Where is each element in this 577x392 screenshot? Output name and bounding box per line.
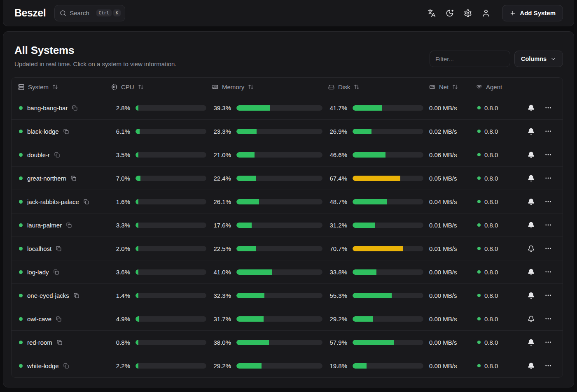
system-cell: owl-cave bbox=[18, 315, 111, 322]
column-header-memory[interactable]: Memory bbox=[212, 84, 328, 90]
copy-icon[interactable] bbox=[56, 316, 61, 322]
bell-icon bbox=[528, 292, 535, 299]
table-row[interactable]: red-room 0.8% 38.0% 57.9% 0.00 MB/s 0.8.… bbox=[12, 330, 563, 354]
copy-icon[interactable] bbox=[54, 269, 59, 275]
agent-status-dot bbox=[477, 176, 481, 180]
column-label: Net bbox=[439, 84, 449, 90]
table-row[interactable]: white-lodge 2.2% 29.2% 19.8% 0.00 MB/s 0… bbox=[12, 354, 563, 377]
cpu-bar-fill bbox=[135, 363, 138, 369]
memory-bar bbox=[236, 246, 322, 251]
moon-star-icon bbox=[446, 9, 454, 17]
search-input[interactable]: Search Ctrl K bbox=[54, 5, 125, 21]
system-cell: double-r bbox=[18, 151, 111, 158]
disk-value: 55.3% bbox=[328, 292, 347, 299]
row-menu-button[interactable] bbox=[542, 360, 554, 372]
column-header-agent[interactable]: Agent bbox=[476, 84, 517, 90]
copy-icon[interactable] bbox=[57, 340, 62, 345]
system-status-dot bbox=[19, 130, 23, 133]
row-menu-button[interactable] bbox=[542, 219, 554, 231]
table-row[interactable]: one-eyed-jacks 1.4% 32.3% 55.3% 0.00 MB/… bbox=[12, 283, 563, 307]
agent-cell: 0.8.0 bbox=[476, 269, 517, 276]
copy-icon[interactable] bbox=[84, 199, 89, 204]
disk-cell: 31.2% bbox=[328, 222, 429, 229]
memory-bar bbox=[236, 340, 322, 345]
agent-status-dot bbox=[477, 247, 481, 250]
system-status-dot bbox=[19, 270, 23, 274]
row-menu-button[interactable] bbox=[542, 266, 554, 278]
row-actions bbox=[517, 336, 556, 348]
alerts-button[interactable] bbox=[525, 125, 537, 137]
alerts-button[interactable] bbox=[525, 195, 537, 208]
cpu-bar-fill bbox=[135, 176, 140, 181]
row-menu-button[interactable] bbox=[542, 289, 554, 302]
row-menu-button[interactable] bbox=[542, 172, 554, 184]
copy-icon[interactable] bbox=[66, 223, 72, 228]
agent-cell: 0.8.0 bbox=[476, 315, 517, 322]
copy-icon[interactable] bbox=[74, 293, 79, 298]
user-menu-button[interactable] bbox=[478, 5, 494, 21]
copy-icon[interactable] bbox=[63, 129, 69, 134]
table-header-row: System CPU Memory bbox=[12, 78, 563, 96]
table-row[interactable]: laura-palmer 3.3% 17.6% 31.2% 0.01 MB/s … bbox=[12, 213, 563, 237]
copy-icon[interactable] bbox=[54, 152, 60, 158]
settings-button[interactable] bbox=[460, 5, 476, 21]
column-header-system[interactable]: System bbox=[18, 84, 111, 90]
system-name: owl-cave bbox=[27, 315, 51, 322]
row-menu-button[interactable] bbox=[542, 336, 554, 348]
column-header-net[interactable]: Net bbox=[429, 84, 476, 90]
alerts-button[interactable] bbox=[525, 148, 537, 161]
cpu-bar bbox=[135, 269, 206, 275]
filter-input[interactable] bbox=[430, 51, 510, 67]
table-row[interactable]: bang-bang-bar 2.8% 39.3% 41.7% 0.00 MB/s… bbox=[12, 96, 563, 119]
row-menu-button[interactable] bbox=[542, 242, 554, 255]
add-system-button[interactable]: Add System bbox=[502, 5, 563, 21]
system-name: log-lady bbox=[27, 269, 49, 276]
table-row[interactable]: black-lodge 6.1% 23.3% 26.9% 0.02 MB/s 0… bbox=[12, 119, 563, 143]
alerts-button[interactable] bbox=[525, 313, 537, 325]
memory-bar-fill bbox=[236, 199, 259, 204]
table-row[interactable]: double-r 3.5% 21.0% 46.6% 0.06 MB/s 0.8.… bbox=[12, 143, 563, 166]
alerts-button[interactable] bbox=[525, 219, 537, 231]
app-logo[interactable]: Beszel bbox=[14, 7, 46, 19]
memory-cell: 23.3% bbox=[212, 128, 328, 135]
ellipsis-icon bbox=[544, 268, 552, 276]
columns-button[interactable]: Columns bbox=[514, 51, 563, 67]
sort-icon bbox=[52, 84, 58, 90]
agent-version: 0.8.0 bbox=[484, 339, 498, 346]
disk-cell: 48.7% bbox=[328, 198, 429, 205]
row-menu-button[interactable] bbox=[542, 313, 554, 325]
alerts-button[interactable] bbox=[525, 102, 537, 114]
row-menu-button[interactable] bbox=[542, 148, 554, 161]
table-row[interactable]: owl-cave 4.9% 31.7% 29.2% 0.00 MB/s 0.8.… bbox=[12, 307, 563, 330]
alerts-button[interactable] bbox=[525, 266, 537, 278]
alerts-button[interactable] bbox=[525, 360, 537, 372]
copy-icon[interactable] bbox=[71, 176, 76, 181]
system-status-dot bbox=[19, 341, 23, 344]
disk-cell: 41.7% bbox=[328, 104, 429, 111]
system-status-dot bbox=[19, 317, 23, 321]
row-menu-button[interactable] bbox=[542, 195, 554, 208]
column-header-disk[interactable]: Disk bbox=[328, 84, 429, 90]
table-row[interactable]: jack-rabbits-palace 1.6% 26.1% 48.7% 0.0… bbox=[12, 190, 563, 213]
copy-icon[interactable] bbox=[63, 363, 69, 369]
alerts-button[interactable] bbox=[525, 172, 537, 184]
system-cell: white-lodge bbox=[18, 362, 111, 369]
alerts-button[interactable] bbox=[525, 242, 537, 255]
row-menu-button[interactable] bbox=[542, 102, 554, 114]
alerts-button[interactable] bbox=[525, 336, 537, 348]
row-menu-button[interactable] bbox=[542, 125, 554, 137]
copy-icon[interactable] bbox=[72, 105, 77, 111]
language-button[interactable] bbox=[424, 5, 439, 21]
columns-button-label: Columns bbox=[521, 56, 547, 62]
table-row[interactable]: great-northern 7.0% 22.4% 67.4% 0.05 MB/… bbox=[12, 166, 563, 190]
table-row[interactable]: log-lady 3.6% 41.0% 33.8% 0.00 MB/s 0.8.… bbox=[12, 260, 563, 283]
table-row[interactable]: localhost 2.0% 22.5% 70.7% 0.01 MB/s 0.8… bbox=[12, 237, 563, 260]
agent-cell: 0.8.0 bbox=[476, 362, 517, 369]
agent-cell: 0.8.0 bbox=[476, 292, 517, 299]
theme-toggle-button[interactable] bbox=[442, 5, 458, 21]
column-header-cpu[interactable]: CPU bbox=[111, 84, 212, 90]
copy-icon[interactable] bbox=[56, 246, 61, 251]
alerts-button[interactable] bbox=[525, 289, 537, 302]
systems-table: System CPU Memory bbox=[11, 77, 563, 378]
memory-bar bbox=[236, 152, 322, 158]
